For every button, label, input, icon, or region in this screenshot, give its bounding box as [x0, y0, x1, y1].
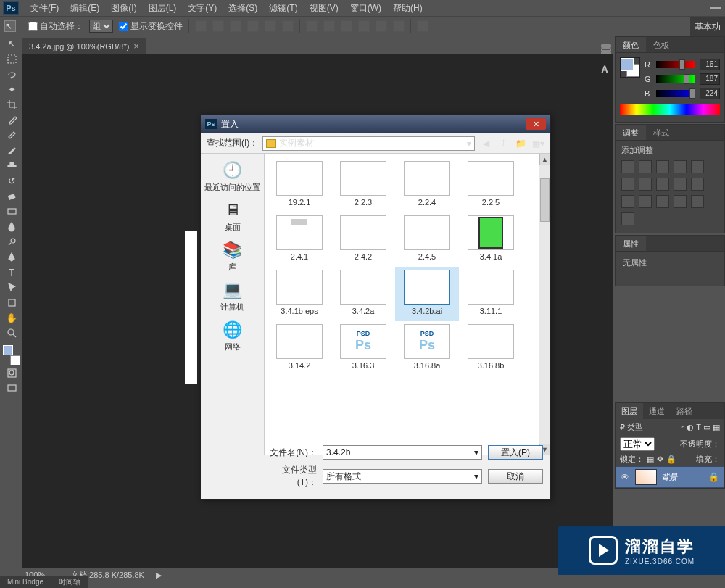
file-list[interactable]: 19.2.12.2.32.2.42.2.52.4.12.4.22.4.53.4.…	[265, 154, 539, 455]
file-item[interactable]: 2.4.5	[395, 212, 459, 267]
filter-pixel-icon[interactable]: ▫	[682, 423, 684, 432]
adj-hue-icon[interactable]	[621, 178, 634, 191]
window-minimize-icon[interactable]	[710, 2, 721, 9]
menu-item[interactable]: 窗口(W)	[344, 0, 387, 16]
up-icon[interactable]: ⤴	[497, 137, 510, 150]
collapsed-panel-strip[interactable]: A	[597, 36, 615, 588]
quickmask-icon[interactable]	[3, 365, 20, 381]
history-icon[interactable]	[600, 44, 612, 55]
file-item[interactable]: 3.14.2	[268, 321, 331, 376]
minibridge-tab[interactable]: Mini Bridge	[0, 576, 51, 588]
styles-tab[interactable]: 样式	[646, 125, 676, 140]
path-select-icon[interactable]	[3, 280, 20, 295]
menu-item[interactable]: 编辑(E)	[65, 0, 105, 16]
distribute-icon[interactable]	[358, 20, 370, 32]
adj-threshold-icon[interactable]	[674, 195, 687, 208]
align-icon[interactable]	[212, 20, 224, 32]
file-item[interactable]: 19.2.1	[268, 158, 331, 212]
file-item[interactable]: 3.4.1a	[459, 212, 523, 267]
place-button[interactable]: 置入(P)	[488, 445, 543, 460]
paths-tab[interactable]: 路径	[671, 403, 698, 419]
adjustments-tab[interactable]: 调整	[616, 125, 646, 140]
spectrum-picker[interactable]	[620, 104, 720, 115]
stamp-tool-icon[interactable]	[3, 158, 20, 173]
viewmenu-icon[interactable]: ▦▾	[531, 137, 544, 150]
filter-adj-icon[interactable]: ◐	[687, 423, 694, 432]
marquee-tool-icon[interactable]	[3, 51, 20, 67]
color-swatches[interactable]	[3, 345, 20, 365]
filter-type-icon[interactable]: T	[696, 423, 701, 432]
menu-item[interactable]: 图层(L)	[143, 0, 183, 16]
distribute-icon[interactable]	[341, 20, 352, 32]
file-item[interactable]: 2.4.2	[331, 212, 395, 267]
eyedropper-tool-icon[interactable]	[3, 112, 20, 128]
distribute-icon[interactable]	[393, 20, 405, 32]
align-icon[interactable]	[195, 20, 207, 32]
filter-shape-icon[interactable]: ▭	[703, 423, 710, 432]
layer-thumbnail[interactable]	[635, 469, 657, 485]
move-tool-icon[interactable]: ↖	[3, 36, 20, 51]
channels-tab[interactable]: 通道	[643, 403, 671, 419]
adj-invert-icon[interactable]	[639, 195, 652, 208]
align-icon[interactable]	[265, 20, 276, 32]
scroll-up-icon[interactable]: ▲	[539, 154, 550, 165]
adj-lookup-icon[interactable]	[621, 195, 634, 208]
back-icon[interactable]: ◀	[479, 137, 492, 150]
wand-tool-icon[interactable]: ✦	[3, 82, 20, 97]
filter-smart-icon[interactable]: ▦	[713, 423, 720, 432]
dialog-close-button[interactable]: ✕	[526, 118, 546, 130]
move-tool-icon[interactable]: ↖	[4, 20, 16, 32]
adj-brightness-icon[interactable]	[621, 160, 634, 173]
color-tab[interactable]: 颜色	[616, 37, 646, 52]
r-slider[interactable]	[656, 61, 695, 68]
healing-tool-icon[interactable]	[3, 128, 20, 143]
swatches-tab[interactable]: 色板	[646, 37, 676, 52]
history-brush-icon[interactable]: ↺	[3, 173, 20, 189]
cancel-button[interactable]: 取消	[488, 469, 543, 484]
menu-item[interactable]: 滤镜(T)	[263, 0, 303, 16]
b-value[interactable]: 224	[700, 88, 720, 99]
g-value[interactable]: 187	[700, 73, 720, 85]
file-item[interactable]: 3.4.2b.ai	[395, 267, 459, 321]
zoom-tool-icon[interactable]	[3, 326, 20, 341]
type-tool-icon[interactable]: T	[3, 265, 20, 280]
screenmode-icon[interactable]	[3, 381, 20, 396]
file-item[interactable]: PSDPs3.16.3	[331, 321, 395, 376]
lookin-dropdown[interactable]: 实例素材 ▾	[262, 136, 475, 151]
menu-item[interactable]: 文件(F)	[25, 0, 65, 16]
file-item[interactable]: 3.4.2a	[331, 267, 395, 321]
auto-select-dropdown[interactable]: 组	[89, 20, 113, 33]
g-slider[interactable]	[656, 75, 695, 83]
blend-mode-dropdown[interactable]: 正常	[620, 437, 655, 451]
crop-tool-icon[interactable]	[3, 97, 20, 112]
status-arrow-icon[interactable]: ▶	[156, 571, 162, 580]
auto-select-checkbox[interactable]: 自动选择：	[28, 20, 83, 33]
menu-item[interactable]: 帮助(H)	[387, 0, 428, 16]
color-swatch-icon[interactable]	[620, 57, 640, 78]
distribute-icon[interactable]	[323, 20, 335, 32]
adj-mixer-icon[interactable]	[691, 178, 704, 191]
distribute-icon[interactable]	[306, 20, 318, 32]
dodge-tool-icon[interactable]	[3, 234, 20, 249]
layers-tab[interactable]: 图层	[616, 403, 643, 419]
lock-position-icon[interactable]: ✥	[657, 455, 663, 464]
adj-selective-icon[interactable]	[621, 212, 634, 225]
char-icon[interactable]: A	[600, 64, 612, 75]
adj-levels-icon[interactable]	[639, 160, 652, 173]
adj-balance-icon[interactable]	[639, 178, 652, 191]
sidebar-item[interactable]: 📚库	[204, 238, 262, 275]
scrollbar[interactable]: ▲ ▼	[539, 154, 550, 455]
menu-item[interactable]: 图像(I)	[105, 0, 142, 16]
close-tab-icon[interactable]: ×	[133, 41, 139, 51]
properties-tab[interactable]: 属性	[616, 236, 646, 251]
adj-posterize-icon[interactable]	[656, 195, 669, 208]
file-item[interactable]: 2.2.3	[331, 158, 395, 212]
lasso-tool-icon[interactable]	[3, 67, 20, 82]
sidebar-item[interactable]: 💻计算机	[204, 278, 262, 315]
file-item[interactable]: 3.4.1b.eps	[268, 267, 331, 321]
menu-item[interactable]: 视图(V)	[304, 0, 344, 16]
filetype-combobox[interactable]: 所有格式▾	[323, 469, 482, 484]
auto-align-icon[interactable]	[417, 20, 428, 32]
file-item[interactable]: 2.2.4	[395, 158, 459, 212]
brush-tool-icon[interactable]	[3, 143, 20, 158]
